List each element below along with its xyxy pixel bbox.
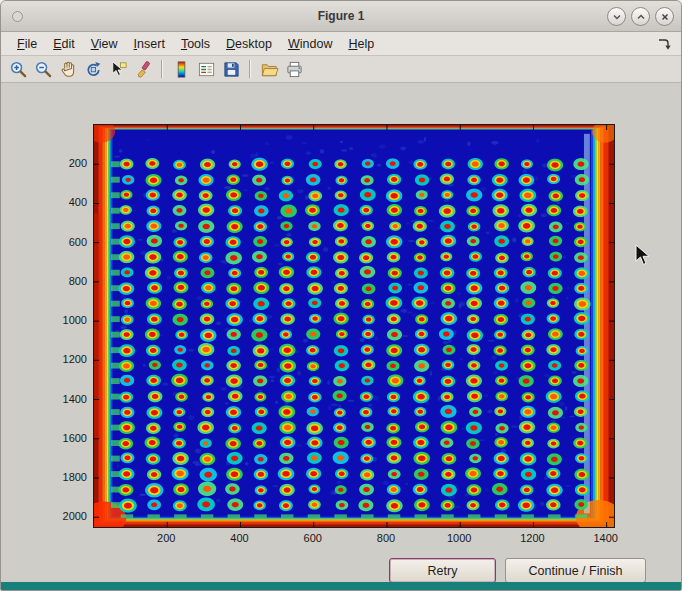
y-tick-label: 200 <box>53 157 87 169</box>
toolbar-separator <box>161 60 163 78</box>
x-tick-label: 800 <box>364 532 408 544</box>
y-tick-label: 600 <box>53 236 87 248</box>
y-tick-label: 1000 <box>53 314 87 326</box>
maximize-window-button[interactable] <box>631 7 650 26</box>
open-file-icon[interactable] <box>258 58 280 80</box>
menu-item-tools[interactable]: Tools <box>173 35 218 53</box>
y-tick-label: 1600 <box>53 432 87 444</box>
zoom-in-icon[interactable] <box>7 58 29 80</box>
menu-items: FileEditViewInsertToolsDesktopWindowHelp <box>9 35 382 53</box>
window-title: Figure 1 <box>318 9 365 23</box>
print-figure-icon[interactable] <box>283 58 305 80</box>
bottom-edge <box>1 582 681 590</box>
x-tick-label: 200 <box>144 532 188 544</box>
menu-bar: FileEditViewInsertToolsDesktopWindowHelp <box>1 32 681 56</box>
shade-window-button[interactable] <box>607 7 626 26</box>
figure-canvas-area: 2004006008001000120014001600180020002004… <box>1 83 681 586</box>
figure-toolbar <box>1 56 681 83</box>
y-tick-label: 1800 <box>53 471 87 483</box>
y-tick-label: 400 <box>53 196 87 208</box>
rotate-3d-icon[interactable] <box>82 58 104 80</box>
data-cursor-icon[interactable] <box>107 58 129 80</box>
x-tick-label: 1000 <box>437 532 481 544</box>
y-tick-label: 1200 <box>53 353 87 365</box>
menu-item-desktop[interactable]: Desktop <box>218 35 280 53</box>
continue-finish-button[interactable]: Continue / Finish <box>505 558 646 583</box>
close-window-button[interactable] <box>655 7 674 26</box>
x-tick-label: 400 <box>217 532 261 544</box>
pan-icon[interactable] <box>57 58 79 80</box>
heatmap-image[interactable] <box>94 125 614 527</box>
menu-item-view[interactable]: View <box>83 35 126 53</box>
window-menu-button[interactable] <box>12 11 23 22</box>
menu-item-insert[interactable]: Insert <box>126 35 173 53</box>
menu-item-edit[interactable]: Edit <box>45 35 83 53</box>
menu-item-help[interactable]: Help <box>340 35 382 53</box>
toolbar-separator <box>249 60 251 78</box>
menu-item-file[interactable]: File <box>9 35 45 53</box>
y-tick-label: 800 <box>53 275 87 287</box>
y-tick-label: 2000 <box>53 510 87 522</box>
brush-icon[interactable] <box>132 58 154 80</box>
plot-axes <box>93 124 615 528</box>
zoom-out-icon[interactable] <box>32 58 54 80</box>
window-controls <box>607 7 674 26</box>
save-figure-icon[interactable] <box>220 58 242 80</box>
figure-window: Figure 1 FileEditViewInsertToolsDesktopW… <box>0 0 682 591</box>
insert-colorbar-icon[interactable] <box>170 58 192 80</box>
menu-item-window[interactable]: Window <box>280 35 340 53</box>
title-bar[interactable]: Figure 1 <box>1 1 681 32</box>
x-tick-label: 1200 <box>510 532 554 544</box>
y-tick-label: 1400 <box>53 393 87 405</box>
retry-button[interactable]: Retry <box>389 558 496 583</box>
insert-legend-icon[interactable] <box>195 58 217 80</box>
x-tick-label: 1400 <box>584 532 628 544</box>
dock-figure-icon[interactable] <box>657 37 673 51</box>
x-tick-label: 600 <box>291 532 335 544</box>
